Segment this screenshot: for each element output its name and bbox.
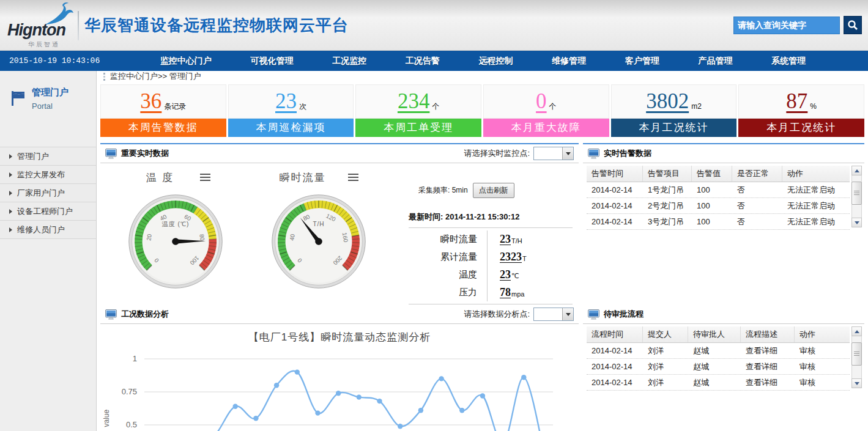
stat-card-3[interactable]: 234个本周工单受理 <box>355 84 481 137</box>
sidebar-item-5[interactable]: 维修人员门户 <box>0 221 96 239</box>
reading-value-cell: 78mpa <box>487 284 524 301</box>
table-cell: 赵城 <box>688 343 741 358</box>
svg-text:value: value <box>102 410 111 427</box>
nav-item-4[interactable]: 工况告警 <box>406 56 440 67</box>
stat-number: 234 <box>398 89 430 114</box>
stat-card-2[interactable]: 23次本周巡检漏项 <box>228 84 354 137</box>
nav-item-8[interactable]: 产品管理 <box>698 56 732 67</box>
sidebar: 管理门户 Portal 管理门户监控大屏发布厂家用户门户设备工程师门户维修人员门… <box>0 71 97 431</box>
scroll-down-button[interactable] <box>851 378 862 388</box>
table-cell: 赵城 <box>688 375 741 390</box>
stat-number: 0 <box>536 89 547 114</box>
chart-menu-icon[interactable] <box>348 174 358 175</box>
monitor-icon <box>588 149 599 159</box>
table-row: 2014-02-143号龙门吊100否无法正常启动 <box>587 214 850 230</box>
gauge-title-flow: 瞬时流量 <box>280 171 326 185</box>
table-cell: 2014-02-14 <box>587 359 643 374</box>
search-input[interactable] <box>733 17 840 34</box>
realtime-point-select[interactable] <box>533 147 574 160</box>
stat-banner[interactable]: 本周巡检漏项 <box>228 119 354 137</box>
scrollbar-track[interactable] <box>851 175 862 218</box>
nav-item-7[interactable]: 客户管理 <box>625 56 659 67</box>
flag-icon <box>10 90 26 106</box>
refresh-button[interactable]: 点击刷新 <box>473 183 514 198</box>
table-cell[interactable]: 审核 <box>795 343 850 358</box>
svg-text:40: 40 <box>288 234 296 241</box>
column-header: 待审批人 <box>688 326 741 342</box>
stat-card-1[interactable]: 36条记录本周告警数据 <box>100 84 226 137</box>
company-logo[interactable]: Hignton 华辰智通 <box>6 5 80 45</box>
sidebar-item-4[interactable]: 设备工程师门户 <box>0 202 96 221</box>
alarm-table-scrollbar[interactable] <box>851 166 862 227</box>
column-header: 告警项目 <box>643 166 692 182</box>
stat-banner[interactable]: 本月重大故障 <box>483 119 609 137</box>
chevron-down-icon <box>566 313 571 316</box>
stat-unit: 个 <box>549 101 557 112</box>
svg-text:T/H: T/H <box>313 221 324 227</box>
table-cell: 3号龙门吊 <box>643 214 692 229</box>
analysis-point-select[interactable] <box>533 308 574 321</box>
table-row: 2014-02-14刘洋赵城查看详细审核 <box>587 375 850 391</box>
stat-banner[interactable]: 本月工况统计 <box>611 119 737 137</box>
stat-card-4[interactable]: 0个本月重大故障 <box>483 84 609 137</box>
table-cell: 100 <box>692 182 732 197</box>
scrollbar-thumb[interactable] <box>851 182 862 205</box>
scroll-up-button[interactable] <box>851 326 862 336</box>
reading-label: 压力 <box>409 287 487 298</box>
svg-text:80: 80 <box>198 234 206 241</box>
column-header: 流程描述 <box>741 326 795 342</box>
sidebar-item-2[interactable]: 监控大屏发布 <box>0 166 96 184</box>
table-header-row: 流程时间提交人待审批人流程描述动作 <box>587 326 850 343</box>
nav-item-9[interactable]: 系统管理 <box>771 56 806 67</box>
nav-item-6[interactable]: 维修管理 <box>552 56 586 67</box>
chart-menu-icon[interactable] <box>200 174 210 175</box>
sidebar-item-1[interactable]: 管理门户 <box>0 147 96 166</box>
reading-value: 78 <box>500 286 511 299</box>
table-cell: 否 <box>732 182 782 197</box>
table-row: 2014-02-14刘洋赵城查看详细审核 <box>587 343 850 359</box>
scrollbar-track[interactable] <box>851 336 862 378</box>
stat-unit: % <box>810 102 817 111</box>
scrollbar-thumb[interactable] <box>851 342 862 366</box>
select-dropdown-button[interactable] <box>562 147 573 160</box>
nav-item-1[interactable]: 监控中心门户 <box>160 56 212 67</box>
select-dropdown-button[interactable] <box>562 308 573 320</box>
chart-title: 【电厂1号线】瞬时流量动态监测分析 <box>100 330 579 344</box>
stat-value-area: 234个 <box>355 84 481 119</box>
table-cell[interactable]: 审核 <box>795 359 850 374</box>
table-cell[interactable]: 审核 <box>795 375 850 390</box>
sidebar-item-3[interactable]: 厂家用户门户 <box>0 184 96 202</box>
stat-banner[interactable]: 本周告警数据 <box>100 119 226 137</box>
approval-table-scrollbar[interactable] <box>851 326 862 388</box>
svg-text:0.75: 0.75 <box>122 387 137 396</box>
stat-banner[interactable]: 本月工况统计 <box>738 119 864 137</box>
select-value <box>534 147 562 160</box>
right-column: 实时告警数据 告警时间告警项目告警值是否正常动作2014-02-141号龙门吊1… <box>583 143 864 391</box>
nav-menu: 监控中心门户可视化管理工况监控工况告警远程控制维修管理客户管理产品管理系统管理 <box>122 56 868 67</box>
scroll-down-button[interactable] <box>851 218 862 227</box>
panel-title: 实时告警数据 <box>604 148 651 159</box>
nav-item-5[interactable]: 远程控制 <box>478 56 513 67</box>
left-column: 重要实时数据 请选择实时监控点: <box>100 143 579 431</box>
arrow-down-icon <box>855 221 859 224</box>
stat-number: 36 <box>140 89 161 114</box>
search-button[interactable] <box>844 16 862 34</box>
svg-text:1: 1 <box>133 354 137 363</box>
scroll-up-button[interactable] <box>851 166 862 175</box>
stat-number: 3802 <box>646 89 689 114</box>
stat-banner[interactable]: 本周工单受理 <box>355 119 481 137</box>
readings-table: 瞬时流量23T/H累计流量2323T温度23℃压力78mpa <box>409 227 573 304</box>
table-cell: 否 <box>732 214 782 229</box>
reading-row-3: 温度23℃ <box>409 266 573 284</box>
stat-value-area: 3802m2 <box>611 84 737 119</box>
stat-card-5[interactable]: 3802m2本月工况统计 <box>611 84 737 137</box>
stat-value-area: 0个 <box>483 84 609 119</box>
stat-card-6[interactable]: 87%本月工况统计 <box>738 84 864 137</box>
table-cell[interactable]: 查看详细 <box>741 343 795 358</box>
column-header: 提交人 <box>643 326 688 342</box>
nav-item-3[interactable]: 工况监控 <box>332 56 366 67</box>
table-cell[interactable]: 查看详细 <box>741 359 795 374</box>
nav-item-2[interactable]: 可视化管理 <box>250 56 293 67</box>
table-cell[interactable]: 查看详细 <box>741 375 795 390</box>
svg-text:温度 (℃): 温度 (℃) <box>162 221 190 227</box>
